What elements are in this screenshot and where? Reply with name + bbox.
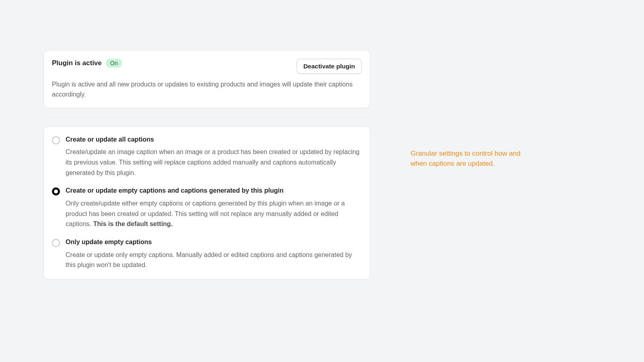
option-all-captions[interactable]: Create or update all captions Create/upd… bbox=[52, 136, 362, 178]
radio-only-empty[interactable] bbox=[52, 239, 60, 247]
status-badge: On bbox=[106, 59, 122, 68]
option-description: Create or update only empty captions. Ma… bbox=[66, 250, 362, 270]
option-empty-and-generated[interactable]: Create or update empty captions and capt… bbox=[52, 187, 362, 229]
caption-options-card: Create or update all captions Create/upd… bbox=[43, 126, 370, 280]
radio-all-captions[interactable] bbox=[52, 136, 60, 144]
option-title: Create or update all captions bbox=[66, 136, 362, 144]
option-description: Only create/update either empty captions… bbox=[66, 198, 362, 229]
option-title: Create or update empty captions and capt… bbox=[66, 187, 362, 195]
plugin-status-title: Plugin is active bbox=[52, 59, 102, 67]
section-divider bbox=[43, 117, 370, 117]
deactivate-plugin-button[interactable]: Deactivate plugin bbox=[297, 59, 362, 74]
plugin-status-description: Plugin is active and all new products or… bbox=[52, 80, 362, 100]
option-title: Only update empty captions bbox=[66, 238, 362, 247]
option-only-empty[interactable]: Only update empty captions Create or upd… bbox=[52, 238, 362, 270]
option-description: Create/update an image caption when an i… bbox=[66, 147, 362, 178]
plugin-status-card: Plugin is active On Deactivate plugin Pl… bbox=[43, 50, 370, 108]
annotation-callout: Granular settings to control how and whe… bbox=[411, 149, 531, 169]
radio-empty-and-generated[interactable] bbox=[52, 187, 60, 195]
